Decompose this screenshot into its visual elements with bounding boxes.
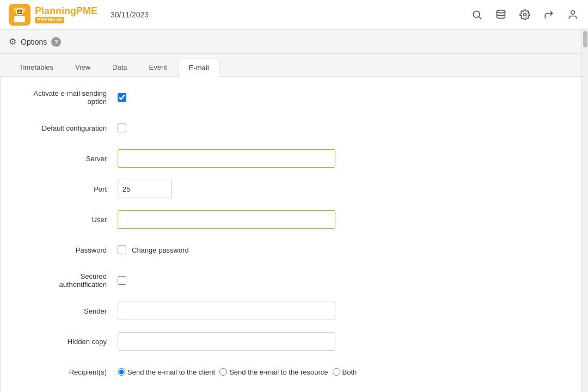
recipients-row: Recipient(s) Send the e-mail to the clie… bbox=[22, 362, 566, 382]
header: PlanningPME PREMIUM 30/11/2023 bbox=[0, 0, 588, 30]
svg-point-11 bbox=[524, 14, 526, 16]
recipient-client-radio[interactable] bbox=[118, 368, 125, 376]
scrollbar-thumb[interactable] bbox=[583, 31, 587, 47]
recipient-client-option[interactable]: Send the e-mail to the client bbox=[118, 368, 215, 376]
search-icon[interactable] bbox=[470, 8, 483, 21]
logo-pme-text: PME bbox=[76, 5, 97, 16]
options-gear-icon: ⚙ bbox=[9, 36, 16, 47]
svg-point-10 bbox=[497, 10, 505, 13]
password-control: Change password bbox=[118, 246, 566, 254]
main-content: Activate e-mail sending option Default c… bbox=[0, 77, 588, 392]
recipient-client-label: Send the e-mail to the client bbox=[127, 368, 215, 376]
page-wrapper: PlanningPME PREMIUM 30/11/2023 bbox=[0, 0, 588, 392]
options-title: Options bbox=[21, 38, 47, 46]
scrollbar[interactable] bbox=[581, 30, 588, 392]
user-label: User bbox=[22, 216, 118, 224]
recipient-resource-radio[interactable] bbox=[219, 368, 227, 376]
recipient-both-option[interactable]: Both bbox=[333, 368, 357, 376]
svg-point-6 bbox=[14, 8, 16, 11]
share-icon[interactable] bbox=[542, 8, 555, 21]
recipients-label: Recipient(s) bbox=[22, 368, 118, 376]
svg-point-12 bbox=[571, 11, 575, 15]
server-row: Server bbox=[22, 149, 566, 168]
hidden-copy-input[interactable] bbox=[118, 332, 335, 351]
change-password-label: Change password bbox=[132, 246, 189, 254]
port-label: Port bbox=[22, 185, 118, 193]
activate-control bbox=[118, 93, 566, 102]
default-config-checkbox[interactable] bbox=[118, 124, 126, 132]
change-password-checkbox[interactable] bbox=[118, 246, 126, 254]
hidden-copy-label: Hidden copy bbox=[22, 338, 118, 346]
svg-point-7 bbox=[23, 8, 25, 11]
svg-point-8 bbox=[473, 11, 480, 17]
port-row: Port bbox=[22, 179, 566, 199]
port-input[interactable] bbox=[118, 180, 172, 198]
tabs-bar: Timetables View Data Event E-mail bbox=[0, 54, 588, 77]
activate-checkbox[interactable] bbox=[118, 93, 126, 102]
user-input[interactable] bbox=[118, 210, 335, 229]
secured-label: Secured authentification bbox=[22, 272, 118, 289]
server-input[interactable] bbox=[118, 149, 335, 168]
tab-event[interactable]: Event bbox=[139, 58, 177, 76]
recipient-resource-option[interactable]: Send the e-mail to the resource bbox=[219, 368, 328, 376]
secured-checkbox[interactable] bbox=[118, 276, 126, 285]
activate-label: Activate e-mail sending option bbox=[22, 89, 118, 106]
logo-text: PlanningPME PREMIUM bbox=[35, 6, 97, 23]
subheader: ⚙ Options ? bbox=[0, 30, 588, 54]
logo-planning: PlanningPME bbox=[35, 6, 97, 17]
header-icons bbox=[470, 8, 579, 21]
header-date: 30/11/2023 bbox=[111, 10, 149, 19]
recipients-control: Send the e-mail to the client Send the e… bbox=[118, 368, 566, 376]
form-area: Activate e-mail sending option Default c… bbox=[1, 77, 587, 392]
default-config-row: Default configuration bbox=[22, 118, 566, 138]
default-config-control bbox=[118, 124, 566, 132]
secured-control bbox=[118, 276, 566, 285]
activate-row: Activate e-mail sending option bbox=[22, 88, 566, 107]
password-label: Password bbox=[22, 246, 118, 254]
sender-row: Sender bbox=[22, 301, 566, 321]
help-button[interactable]: ? bbox=[51, 37, 61, 47]
sender-control bbox=[118, 302, 566, 320]
recipient-both-label: Both bbox=[342, 368, 357, 376]
gear-icon[interactable] bbox=[518, 8, 531, 21]
recipients-options-area: Send the e-mail to the client Send the e… bbox=[118, 368, 357, 376]
hidden-copy-row: Hidden copy bbox=[22, 332, 566, 351]
tab-timetables[interactable]: Timetables bbox=[9, 58, 64, 76]
sender-input[interactable] bbox=[118, 302, 335, 320]
user-icon[interactable] bbox=[566, 8, 579, 21]
port-control bbox=[118, 180, 566, 198]
tab-view[interactable]: View bbox=[65, 58, 101, 76]
logo-icon bbox=[9, 4, 30, 26]
logo-planning-text: Planning bbox=[35, 5, 76, 16]
server-control bbox=[118, 149, 566, 168]
password-row: Password Change password bbox=[22, 240, 566, 260]
tab-email[interactable]: E-mail bbox=[179, 59, 219, 77]
server-label: Server bbox=[22, 155, 118, 163]
database-icon[interactable] bbox=[494, 8, 507, 21]
svg-point-4 bbox=[17, 10, 19, 12]
sender-label: Sender bbox=[22, 307, 118, 315]
user-control bbox=[118, 210, 566, 229]
recipient-resource-label: Send the e-mail to the resource bbox=[229, 368, 328, 376]
logo-area: PlanningPME PREMIUM bbox=[9, 4, 97, 26]
hidden-copy-control bbox=[118, 332, 566, 351]
user-row: User bbox=[22, 210, 566, 229]
default-config-label: Default configuration bbox=[22, 124, 118, 132]
svg-point-5 bbox=[21, 10, 22, 12]
logo-premium: PREMIUM bbox=[35, 17, 64, 23]
svg-line-9 bbox=[479, 17, 482, 20]
secured-row: Secured authentification bbox=[22, 271, 566, 290]
tab-data[interactable]: Data bbox=[102, 58, 137, 76]
recipient-both-radio[interactable] bbox=[333, 368, 340, 376]
svg-rect-3 bbox=[14, 16, 25, 22]
